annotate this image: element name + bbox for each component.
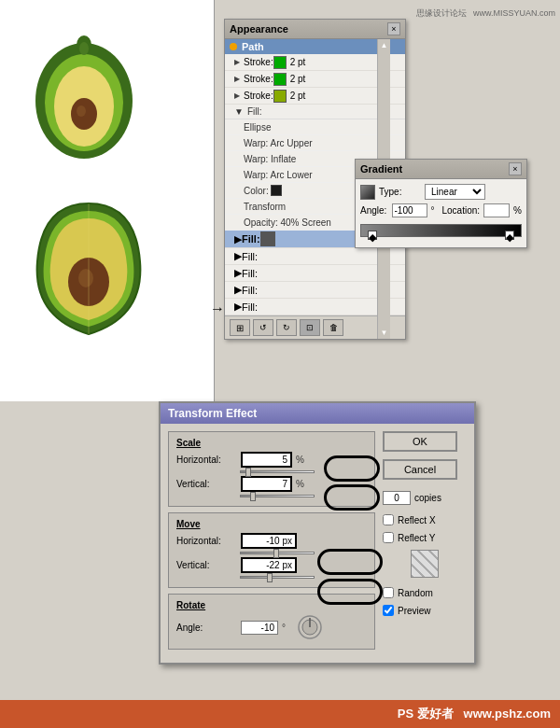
gradient-location-input[interactable] xyxy=(483,203,510,217)
move-v-input[interactable] xyxy=(241,557,297,573)
rotate-angle-label: Angle: xyxy=(176,623,237,633)
move-v-label: Vertical: xyxy=(176,560,237,570)
reflect-y-row: Reflect Y xyxy=(383,532,467,543)
move-v-slider-row xyxy=(176,576,367,579)
random-row: Random xyxy=(383,587,467,598)
gradient-angle-input[interactable] xyxy=(392,203,427,217)
stroke-value-1: 2 pt xyxy=(290,57,306,67)
gradient-panel: Gradient × Type: Linear Radial Angle: ° … xyxy=(355,159,527,248)
transform-right: OK Cancel copies Reflect X Reflect Y Ran… xyxy=(383,431,467,655)
svg-point-4 xyxy=(77,105,86,117)
canvas-area xyxy=(0,0,215,401)
reflect-y-checkbox[interactable] xyxy=(383,532,394,543)
gradient-content: Type: Linear Radial Angle: ° Location: %… xyxy=(356,179,526,247)
move-horizontal-row: Horizontal: xyxy=(176,533,367,549)
gradient-titlebar: Gradient × xyxy=(356,160,526,179)
avocado-top xyxy=(28,28,140,159)
scale-h-slider-row xyxy=(176,470,367,473)
pattern-icon xyxy=(411,550,439,578)
stroke-swatch-1 xyxy=(273,56,287,69)
toolbar-btn-3[interactable]: ↻ xyxy=(276,319,297,336)
fill-row-2-label: Fill: xyxy=(242,268,258,279)
watermark: 思缘设计论坛 www.MISSYUAN.com xyxy=(416,7,555,20)
move-v-slider-thumb[interactable] xyxy=(267,573,273,582)
fill-row-1-triangle: ▶ xyxy=(234,250,242,262)
transform-content: Scale Horizontal: % Vertical: % xyxy=(161,424,474,663)
degree-sign: ° xyxy=(282,623,286,633)
gradient-title: Gradient xyxy=(360,163,402,175)
gradient-preview xyxy=(360,185,375,200)
arrow-indicator: → xyxy=(210,301,225,317)
scale-h-input[interactable] xyxy=(241,452,292,468)
ok-button[interactable]: OK xyxy=(383,431,457,452)
transform-left: Scale Horizontal: % Vertical: % xyxy=(168,431,375,655)
copies-input[interactable] xyxy=(383,491,411,505)
gradient-angle-row: Angle: ° Location: % xyxy=(360,203,522,217)
scale-h-slider[interactable] xyxy=(240,470,315,473)
move-h-slider[interactable] xyxy=(240,552,315,554)
fill-row-3-label: Fill: xyxy=(242,285,258,296)
scale-h-unit: % xyxy=(296,455,304,465)
copies-row: copies xyxy=(383,491,467,505)
path-header: Path ▲ ▼ xyxy=(225,39,405,54)
move-title: Move xyxy=(176,519,367,529)
rotate-angle-input[interactable] xyxy=(241,621,278,635)
gradient-bar[interactable] xyxy=(360,224,522,237)
svg-point-8 xyxy=(78,269,93,287)
gradient-slider-left[interactable]: ◆ xyxy=(368,231,377,240)
transform-titlebar: Transform Effect xyxy=(161,403,474,424)
random-label: Random xyxy=(398,588,433,598)
watermark-text1: 思缘设计论坛 xyxy=(416,8,467,18)
reflect-x-checkbox[interactable] xyxy=(383,514,394,525)
fill-main-label: Fill: xyxy=(247,106,262,117)
appearance-titlebar: Appearance × xyxy=(225,20,405,39)
move-h-slider-row xyxy=(176,552,367,554)
move-h-input[interactable] xyxy=(241,533,297,549)
transform-dialog: Transform Effect Scale Horizontal: % Ver xyxy=(159,401,476,665)
gradient-type-select[interactable]: Linear Radial xyxy=(425,184,485,200)
transform-title: Transform Effect xyxy=(168,407,257,420)
fill-row-1-label: Fill: xyxy=(242,251,258,262)
gradient-percent: % xyxy=(513,205,522,216)
fill-row-3-triangle: ▶ xyxy=(234,284,242,296)
stroke-label-1: Stroke: xyxy=(244,57,273,67)
preview-checkbox[interactable] xyxy=(383,605,394,616)
toolbar-btn-delete[interactable]: 🗑 xyxy=(323,319,343,336)
appearance-title: Appearance xyxy=(230,23,288,35)
gradient-bar-container: ◆ ◆ xyxy=(360,221,522,240)
scale-horizontal-row: Horizontal: % xyxy=(176,452,367,468)
stroke-label-2: Stroke: xyxy=(244,74,273,84)
rotate-angle-row: Angle: ° xyxy=(176,614,367,640)
bottom-text: PS 爱好者 www.pshz.com xyxy=(398,706,551,722)
rotation-knob[interactable] xyxy=(297,614,323,640)
scale-vertical-row: Vertical: % xyxy=(176,476,367,492)
scale-h-slider-thumb[interactable] xyxy=(245,468,251,477)
toolbar-btn-2[interactable]: ↺ xyxy=(253,319,273,336)
scale-section: Scale Horizontal: % Vertical: % xyxy=(168,431,375,507)
gradient-close-btn[interactable]: × xyxy=(509,162,522,175)
scale-v-input[interactable] xyxy=(241,476,292,492)
fill-selected-label: Fill: xyxy=(242,233,260,245)
gradient-angle-label: Angle: xyxy=(360,205,388,216)
move-h-slider-thumb[interactable] xyxy=(273,549,279,558)
scale-v-slider-thumb[interactable] xyxy=(250,492,256,501)
gradient-type-label: Type: xyxy=(379,187,421,197)
scale-v-slider[interactable] xyxy=(240,495,315,497)
reflect-x-row: Reflect X xyxy=(383,514,467,525)
cancel-button[interactable]: Cancel xyxy=(383,459,457,480)
rotate-title: Rotate xyxy=(176,600,367,610)
appearance-close-btn[interactable]: × xyxy=(387,22,400,35)
reflect-x-label: Reflect X xyxy=(398,515,436,525)
avocado-bottom xyxy=(28,196,140,341)
random-checkbox[interactable] xyxy=(383,587,394,598)
toolbar-btn-4[interactable]: ⊡ xyxy=(300,319,320,336)
move-v-slider[interactable] xyxy=(240,576,315,579)
stroke-triangle-3: ▶ xyxy=(234,91,240,100)
scale-v-unit: % xyxy=(296,479,304,489)
gradient-slider-right[interactable]: ◆ xyxy=(505,231,514,240)
stroke-swatch-2 xyxy=(273,73,287,86)
toolbar-btn-1[interactable]: ⊞ xyxy=(230,319,250,336)
stroke-label-3: Stroke: xyxy=(244,91,273,101)
move-h-label: Horizontal: xyxy=(176,536,237,546)
bottom-bar: PS 爱好者 www.pshz.com xyxy=(0,700,560,728)
